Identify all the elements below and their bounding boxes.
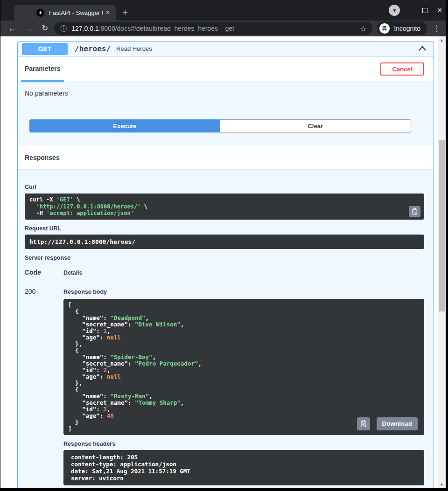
curl-label: Curl xyxy=(25,184,424,190)
responses-title: Responses xyxy=(25,154,60,161)
window-close-button[interactable]: ✕ xyxy=(437,7,442,14)
incognito-label: Incognito xyxy=(394,25,420,32)
response-headers-label: Response headers xyxy=(63,441,424,447)
code-line: }, xyxy=(68,380,420,387)
code-line: curl -X 'GET' \ xyxy=(29,196,420,203)
responses-header: Responses xyxy=(18,145,434,170)
tab-title: FastAPI - Swagger UI xyxy=(49,9,103,16)
status-code: 200 xyxy=(25,281,63,485)
window-frame-right xyxy=(446,0,448,491)
window-frame-bottom xyxy=(0,488,448,491)
reload-icon[interactable]: ↻ xyxy=(42,24,48,33)
curl-command-block: curl -X 'GET' \ 'http://127.0.0.1:8000/h… xyxy=(25,194,424,220)
endpoint-path: /heroes/ xyxy=(75,44,111,53)
maximize-button[interactable] xyxy=(422,8,427,13)
code-line: date: Sat,21 Aug 2021 11:57:19 GMT xyxy=(71,468,420,475)
copy-curl-button[interactable] xyxy=(409,206,420,217)
code-line: "secret_name": "Tommy Sharp", xyxy=(68,400,420,406)
fastapi-favicon-icon xyxy=(36,9,44,17)
request-url-block: http://127.0.0.1:8000/heroes/ xyxy=(25,235,424,249)
collapse-chevron-icon[interactable] xyxy=(418,45,427,53)
code-line: content-type: application/json xyxy=(71,461,420,468)
incognito-icon xyxy=(379,23,390,34)
response-row: 200 Response body [ { "name": "Deadpond"… xyxy=(25,281,424,485)
code-column-header: Code xyxy=(25,269,63,276)
code-line: "name": "Rusty-Man", xyxy=(68,393,420,400)
browser-toolbar: ← → ↻ ⓘ 127.0.0.1:8000/docs#/default/rea… xyxy=(0,21,448,36)
swagger-page: GET /heroes/ Read Heroes Parameters Canc… xyxy=(0,36,446,488)
url-path: :8000/docs#/default/read_heroes_heroes__… xyxy=(99,25,234,32)
endpoint-summary: Read Heroes xyxy=(116,45,152,52)
scroll-down-icon[interactable]: ▼ xyxy=(438,481,446,488)
code-line: "secret_name": "Pedro Parqueador", xyxy=(68,360,420,367)
code-line: "age": null xyxy=(68,334,420,341)
code-line: "id": 3, xyxy=(68,406,420,413)
code-line: { xyxy=(68,347,420,354)
url-domain: 127.0.0.1 xyxy=(71,25,98,32)
copy-response-button[interactable] xyxy=(357,417,370,430)
parameters-header: Parameters Cancel xyxy=(18,56,434,82)
page-scrollbar[interactable]: ▲ ▼ xyxy=(438,36,446,488)
download-button[interactable]: Download xyxy=(377,417,418,430)
opblock-summary[interactable]: GET /heroes/ Read Heroes xyxy=(18,41,434,56)
code-line: [ xyxy=(68,302,420,308)
tab-parameters[interactable]: Parameters xyxy=(21,56,64,82)
url-text[interactable]: 127.0.0.1:8000/docs#/default/read_heroes… xyxy=(71,25,360,32)
response-headers-block: content-length: 205content-type: applica… xyxy=(63,450,424,485)
code-line: }, xyxy=(68,341,420,347)
window-frame-left xyxy=(0,0,0,491)
tab-strip: FastAPI - Swagger UI ✕ + ▼ – ✕ xyxy=(0,0,448,21)
code-line: "id": 1, xyxy=(68,328,420,334)
responses-body: Curl curl -X 'GET' \ 'http://127.0.0.1:8… xyxy=(18,184,434,488)
code-line: content-length: 205 xyxy=(71,454,420,461)
server-response-label: Server response xyxy=(25,255,424,261)
opblock-get-heroes: GET /heroes/ Read Heroes Parameters Canc… xyxy=(17,41,434,488)
scroll-up-icon[interactable]: ▲ xyxy=(438,36,446,44)
code-line: "name": "Deadpond", xyxy=(68,315,420,321)
code-line: server: uvicorn xyxy=(71,475,420,482)
code-line: "secret_name": "Dive Wilson", xyxy=(68,321,420,328)
parameters-tab-label: Parameters xyxy=(25,65,60,72)
forward-icon[interactable]: → xyxy=(25,24,33,33)
browser-tab[interactable]: FastAPI - Swagger UI ✕ xyxy=(14,5,116,21)
execute-section: No parameters Execute Clear xyxy=(18,82,434,145)
browser-menu-icon[interactable]: ⋮ xyxy=(433,24,441,34)
code-line: "id": 2, xyxy=(68,367,420,373)
browser-window: FastAPI - Swagger UI ✕ + ▼ – ✕ ← → ↻ ⓘ 1… xyxy=(0,0,448,491)
code-line: "age": null xyxy=(68,373,420,380)
back-icon[interactable]: ← xyxy=(8,24,16,33)
address-bar[interactable]: ⓘ 127.0.0.1:8000/docs#/default/read_hero… xyxy=(54,22,372,35)
code-line: 'http://127.0.0.1:8000/heroes/' \ xyxy=(29,203,420,210)
code-line: -H 'accept: application/json' xyxy=(29,210,420,217)
response-table-header: Code Details xyxy=(25,269,424,276)
minimize-button[interactable]: – xyxy=(409,7,413,14)
method-badge: GET xyxy=(22,43,68,55)
tab-close-icon[interactable]: ✕ xyxy=(105,9,110,16)
new-tab-button[interactable]: + xyxy=(122,7,128,19)
incognito-badge: Incognito xyxy=(377,21,427,35)
response-body-label: Response body xyxy=(63,289,424,295)
bookmark-star-icon[interactable]: ☆ xyxy=(360,24,366,33)
response-body-block: [ { "name": "Deadpond", "secret_name": "… xyxy=(63,299,424,435)
scrollbar-thumb[interactable] xyxy=(439,140,445,311)
profile-avatar-button[interactable]: ▼ xyxy=(389,5,400,16)
details-column-header: Details xyxy=(63,270,82,276)
no-parameters-text: No parameters xyxy=(25,89,420,98)
cancel-button[interactable]: Cancel xyxy=(380,62,424,76)
code-line: "name": "Spider-Boy", xyxy=(68,354,420,360)
execute-button[interactable]: Execute xyxy=(29,119,220,132)
clear-button[interactable]: Clear xyxy=(220,119,412,132)
code-line: { xyxy=(68,387,420,393)
request-url-label: Request URL xyxy=(25,225,424,232)
request-url-value: http://127.0.0.1:8000/heroes/ xyxy=(29,238,135,245)
code-line: { xyxy=(68,308,420,315)
site-info-icon[interactable]: ⓘ xyxy=(60,24,67,33)
